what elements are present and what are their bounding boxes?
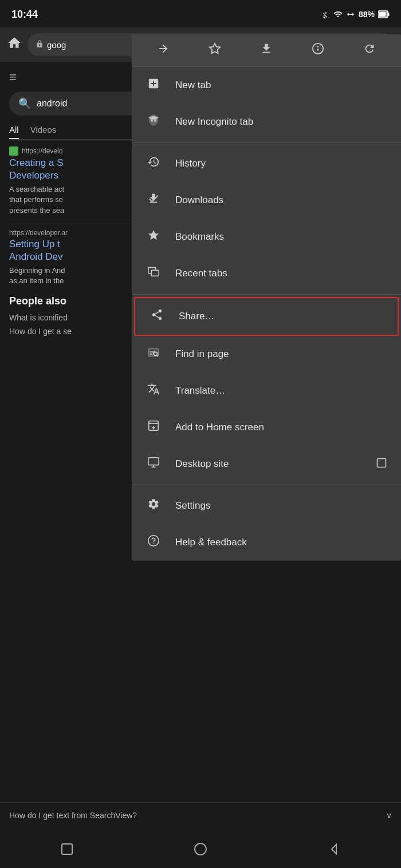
menu-item-add-home[interactable]: Add to Home screen	[132, 409, 401, 446]
settings-label: Settings	[175, 500, 387, 512]
help-label: Help & feedback	[175, 537, 387, 548]
home-button[interactable]	[7, 35, 22, 54]
new-tab-label: New tab	[175, 80, 387, 91]
desktop-site-label: Desktop site	[175, 458, 362, 470]
svg-rect-2	[379, 12, 386, 17]
svg-point-8	[151, 120, 153, 122]
share-label: Share…	[179, 311, 384, 322]
translate-label: Translate…	[175, 385, 387, 397]
find-icon	[146, 346, 162, 362]
tab-videos: Videos	[30, 125, 57, 139]
svg-marker-27	[332, 845, 336, 854]
reload-icon[interactable]	[357, 42, 382, 58]
menu-divider-2	[132, 294, 401, 295]
search-icon: 🔍	[18, 97, 31, 110]
signal-icon	[333, 10, 343, 19]
bottom-navigation	[0, 834, 401, 868]
dropdown-menu: New tab New Incognito tab History	[132, 34, 401, 561]
menu-item-find[interactable]: Find in page	[132, 336, 401, 372]
new-tab-icon	[146, 77, 162, 93]
menu-item-settings[interactable]: Settings	[132, 487, 401, 524]
star-icon[interactable]	[202, 42, 227, 58]
svg-point-26	[195, 843, 206, 855]
menu-item-help[interactable]: Help & feedback	[132, 524, 401, 561]
menu-item-incognito[interactable]: New Incognito tab	[132, 104, 401, 140]
svg-rect-22	[378, 458, 386, 467]
downloads-label: Downloads	[175, 195, 387, 206]
bottom-question-bar: How do I get text from SearchView? ∨	[0, 802, 401, 828]
bookmarks-icon	[146, 229, 162, 245]
help-icon	[146, 534, 162, 550]
url-display: goog	[47, 40, 66, 50]
svg-rect-3	[386, 12, 387, 17]
nav-recents-icon[interactable]	[60, 842, 74, 859]
add-home-icon	[146, 419, 162, 435]
battery-text: 88%	[359, 10, 375, 19]
bottom-question-text: How do I get text from SearchView?	[9, 811, 137, 820]
menu-divider-1	[132, 142, 401, 143]
menu-item-new-tab[interactable]: New tab	[132, 67, 401, 104]
recent-tabs-label: Recent tabs	[175, 268, 387, 279]
menu-item-downloads[interactable]: Downloads	[132, 182, 401, 219]
incognito-label: New Incognito tab	[175, 116, 387, 128]
lock-icon	[36, 40, 44, 50]
svg-point-23	[148, 536, 159, 546]
status-icons: 88%	[321, 10, 390, 19]
bookmarks-label: Bookmarks	[175, 231, 387, 243]
menu-item-share[interactable]: Share… ←	[134, 297, 399, 336]
svg-rect-1	[388, 13, 390, 16]
history-label: History	[175, 158, 387, 169]
status-time: 10:44	[11, 9, 38, 21]
dropdown-toolbar	[132, 34, 401, 67]
nav-back-icon[interactable]	[327, 842, 341, 859]
translate-icon	[146, 383, 162, 399]
data-icon	[346, 10, 355, 19]
svg-rect-19	[148, 458, 159, 465]
bluetooth-icon	[321, 10, 330, 19]
desktop-icon	[146, 456, 162, 472]
status-bar: 10:44 88%	[0, 0, 401, 27]
forward-icon[interactable]	[151, 42, 176, 58]
nav-home-icon[interactable]	[194, 842, 207, 859]
desktop-site-checkbox[interactable]	[376, 457, 387, 471]
svg-rect-25	[62, 844, 72, 854]
search-query: android	[37, 98, 67, 109]
svg-point-24	[154, 543, 154, 544]
info-icon[interactable]	[305, 42, 331, 58]
svg-point-9	[154, 120, 156, 122]
find-label: Find in page	[175, 348, 387, 360]
svg-marker-4	[210, 43, 220, 53]
menu-item-recent-tabs[interactable]: Recent tabs	[132, 255, 401, 292]
settings-icon	[146, 498, 162, 514]
menu-item-translate[interactable]: Translate…	[132, 372, 401, 409]
chevron-down-icon: ∨	[386, 811, 392, 820]
menu-item-history[interactable]: History	[132, 145, 401, 182]
result-1-favicon	[9, 146, 18, 156]
svg-rect-11	[151, 118, 157, 120]
svg-rect-13	[151, 270, 159, 276]
recent-tabs-icon	[146, 265, 162, 282]
incognito-icon	[146, 114, 162, 130]
add-home-label: Add to Home screen	[175, 422, 387, 433]
menu-item-bookmarks[interactable]: Bookmarks	[132, 219, 401, 255]
menu-item-desktop-site[interactable]: Desktop site	[132, 446, 401, 482]
battery-icon	[378, 10, 390, 18]
download-icon[interactable]	[254, 42, 279, 58]
downloads-icon	[146, 192, 162, 208]
history-icon	[146, 156, 162, 172]
svg-rect-10	[151, 116, 155, 119]
tab-all: All	[9, 125, 19, 139]
share-icon	[149, 308, 165, 324]
menu-divider-3	[132, 485, 401, 485]
